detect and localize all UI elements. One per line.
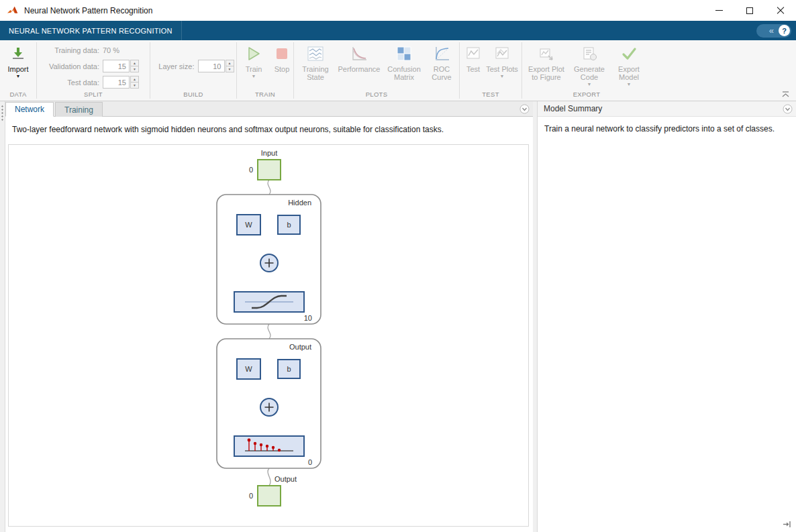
section-build: Layer size: ▲ ▼ BUILD <box>150 40 236 101</box>
tab-network-label: Network <box>15 105 44 114</box>
hidden-weights-label: W <box>245 221 252 229</box>
export-plot-label: Export Plot to Figure <box>525 65 568 81</box>
collapse-panel-icon[interactable] <box>519 104 530 114</box>
confusion-matrix-button[interactable]: Confusion Matrix <box>384 44 424 90</box>
toolstrip: Import ▼ DATA Training data: 70 % Valida… <box>0 40 796 101</box>
stop-label: Stop <box>275 65 290 73</box>
section-test: Test Test Plots ▼ TEST <box>460 40 521 101</box>
maximize-icon <box>746 7 753 14</box>
input-label: Input <box>261 149 277 157</box>
section-label-split: SPLIT <box>37 90 150 101</box>
hidden-bias-label: b <box>287 221 291 229</box>
title-bar: Neural Network Pattern Recognition <box>0 0 796 21</box>
spin-down-button[interactable]: ▼ <box>130 83 139 89</box>
test-data-label: Test data: <box>40 78 99 87</box>
app-window: Neural Network Pattern Recognition NEURA… <box>0 0 796 532</box>
section-label-train: TRAIN <box>237 90 293 101</box>
connector-output-block-output <box>268 468 270 486</box>
import-icon <box>10 44 26 65</box>
spin-up-button[interactable]: ▲ <box>226 60 234 66</box>
export-plot-icon <box>538 44 554 65</box>
test-icon <box>465 44 481 65</box>
document-tabs: Network Training <box>5 101 533 117</box>
stop-button[interactable]: Stop <box>270 44 293 90</box>
export-model-button[interactable]: Export Model ▼ <box>611 44 647 90</box>
collapse-toolstrip-icon[interactable] <box>781 91 790 99</box>
layer-size-spinner: ▲ ▼ <box>226 60 234 72</box>
model-summary-text: Train a neural network to classify predi… <box>538 117 796 141</box>
window-title: Neural Network Pattern Recognition <box>24 6 152 15</box>
maximize-button[interactable] <box>734 0 765 21</box>
test-label: Test <box>466 65 480 73</box>
section-data: Import ▼ DATA <box>0 40 36 101</box>
minimize-icon <box>715 10 723 11</box>
ribbon-tabstrip: NEURAL NETWORK PATTERN RECOGNITION « ? <box>0 21 796 40</box>
training-data-label: Training data: <box>40 46 99 54</box>
panel-splitter[interactable] <box>533 101 538 532</box>
test-plots-icon <box>494 44 510 65</box>
validation-data-spinner: ▲ ▼ <box>130 60 139 72</box>
output-bias-label: b <box>287 365 291 373</box>
network-panel: Network Training Two-layer feedforward n… <box>5 101 533 532</box>
spin-down-button[interactable]: ▼ <box>130 66 139 72</box>
collapse-panel-icon[interactable] <box>783 104 793 114</box>
layer-size-input[interactable] <box>198 60 225 72</box>
help-pill: « ? <box>756 24 791 38</box>
export-model-label: Export Model <box>611 65 647 81</box>
input-box[interactable] <box>258 160 281 180</box>
section-train: Train ▼ Stop TRAIN <box>237 40 293 101</box>
output-activation-box[interactable] <box>234 436 304 456</box>
confusion-matrix-icon <box>396 44 412 65</box>
train-label: Train <box>246 65 262 73</box>
output-layer-label: Output <box>289 343 311 351</box>
export-plot-button[interactable]: Export Plot to Figure <box>525 44 568 90</box>
panel-grip-handle[interactable] <box>1 105 3 121</box>
import-button[interactable]: Import ▼ <box>7 44 28 90</box>
test-plots-label: Test Plots <box>486 65 518 73</box>
dock-arrow-icon[interactable] <box>783 520 791 529</box>
tab-network[interactable]: Network <box>5 102 54 117</box>
help-area: « ? <box>756 21 796 40</box>
spin-up-button[interactable]: ▲ <box>130 60 139 66</box>
collapse-chevron-icon[interactable]: « <box>764 26 774 35</box>
matlab-logo-icon <box>7 5 19 16</box>
performance-button[interactable]: Performance <box>336 44 383 90</box>
train-button[interactable]: Train ▼ <box>242 44 265 90</box>
test-data-input[interactable] <box>103 76 130 89</box>
roc-curve-icon <box>433 44 450 65</box>
roc-curve-button[interactable]: ROC Curve <box>426 44 458 90</box>
connector-input-hidden <box>268 180 270 195</box>
validation-data-input[interactable] <box>103 60 130 72</box>
close-button[interactable] <box>765 0 796 21</box>
input-size-label: 0 <box>249 166 253 174</box>
validation-data-label: Validation data: <box>40 62 99 70</box>
network-description: Two-layer feedforward network with sigmo… <box>5 117 533 143</box>
training-state-button[interactable]: Training State <box>297 44 334 90</box>
export-model-icon <box>621 44 637 65</box>
section-label-data: DATA <box>0 90 36 101</box>
test-plots-button[interactable]: Test Plots ▼ <box>486 44 518 90</box>
output-label: Output <box>275 475 297 483</box>
connector-hidden-output <box>268 324 270 339</box>
section-plots: Training State Performance <box>294 40 459 101</box>
spin-up-button[interactable]: ▲ <box>130 76 139 83</box>
ribbon-tab-label: NEURAL NETWORK PATTERN RECOGNITION <box>9 27 172 35</box>
minimize-button[interactable] <box>703 0 734 21</box>
help-button[interactable]: ? <box>779 25 790 36</box>
test-button[interactable]: Test <box>463 44 483 90</box>
generate-code-button[interactable]: Generate Code ▼ <box>569 44 609 90</box>
dropdown-arrow-icon: ▼ <box>500 73 505 79</box>
section-split: Training data: 70 % Validation data: ▲ ▼… <box>37 40 150 101</box>
ribbon-tab-pattern-recognition[interactable]: NEURAL NETWORK PATTERN RECOGNITION <box>0 21 182 40</box>
tab-training[interactable]: Training <box>55 102 103 117</box>
generate-code-label: Generate Code <box>569 65 609 81</box>
spin-down-button[interactable]: ▼ <box>226 66 234 72</box>
output-box[interactable] <box>258 486 281 506</box>
left-gutter <box>0 101 5 532</box>
output-weights-label: W <box>245 365 252 373</box>
model-summary-header: Model Summary <box>538 101 796 117</box>
generate-code-icon <box>581 44 597 65</box>
dropdown-arrow-icon: ▼ <box>16 73 21 79</box>
confusion-matrix-label: Confusion Matrix <box>384 65 424 81</box>
train-play-icon <box>246 44 262 65</box>
